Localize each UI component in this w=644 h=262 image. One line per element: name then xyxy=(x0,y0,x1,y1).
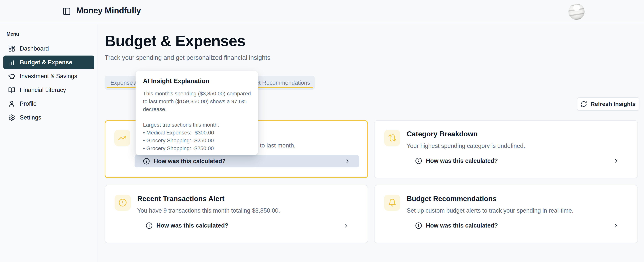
chevron-right-icon xyxy=(613,223,619,229)
popover-text-line: to last month ($159,350.00) shows a 97.6… xyxy=(143,97,254,105)
how-calculated-label: How was this calculated? xyxy=(426,157,613,164)
sidebar-toggle-button[interactable] xyxy=(62,7,71,16)
how-calculated-button[interactable]: How was this calculated? xyxy=(134,155,359,167)
sidebar-item-label: Dashboard xyxy=(20,45,49,52)
alert-circle-icon xyxy=(114,195,131,211)
repeat-icon xyxy=(384,130,400,146)
how-calculated-button[interactable]: How was this calculated? xyxy=(137,220,358,232)
sidebar-item-label: Budget & Expense xyxy=(20,59,72,66)
chevron-right-icon xyxy=(344,158,350,164)
app-title: Money Mindfully xyxy=(76,6,141,15)
trending-up-icon xyxy=(114,130,130,146)
tab-expense-analysis[interactable]: Expense A xyxy=(110,76,138,90)
sidebar-nav: Dashboard Budget & Expense Investment & … xyxy=(0,42,98,124)
popover-spacer xyxy=(143,113,254,121)
sidebar: Menu Dashboard Budget & Expense Investme… xyxy=(0,23,98,262)
popover-text-line: decrease. xyxy=(143,105,254,113)
bell-icon xyxy=(384,195,400,211)
dashboard-grid-icon xyxy=(8,45,15,52)
open-book-icon xyxy=(8,87,15,93)
refresh-insights-button[interactable]: Refresh Insights xyxy=(577,97,640,111)
app-header: Money Mindfully xyxy=(0,0,644,23)
how-calculated-label: How was this calculated? xyxy=(426,222,613,229)
gear-icon xyxy=(8,114,15,121)
insight-card-budget-recommendations: Budget Recommendations Set up custom bud… xyxy=(374,185,638,243)
sidebar-item-budget-expense[interactable]: Budget & Expense xyxy=(3,55,94,69)
app-window: Money Mindfully Menu Dashboard Budget & … xyxy=(0,0,644,262)
sidebar-item-investment-savings[interactable]: Investment & Savings xyxy=(3,69,94,83)
popover-text-line: This month's spending ($3,850.00) compar… xyxy=(143,90,254,97)
chevron-right-icon xyxy=(343,223,349,229)
card-title: Recent Transactions Alert xyxy=(137,195,358,203)
sidebar-item-profile[interactable]: Profile xyxy=(3,97,94,111)
popover-list-intro: Largest transactions this month: xyxy=(143,121,254,129)
popover-bullet: • Grocery Shopping: -$250.00 xyxy=(143,144,254,152)
info-icon xyxy=(146,222,152,229)
card-description: You have 9 transactions this month total… xyxy=(137,207,358,215)
user-icon xyxy=(8,100,15,107)
card-description-fragment: to last month. xyxy=(260,142,296,149)
insight-card-recent-transactions: Recent Transactions Alert You have 9 tra… xyxy=(105,185,368,243)
popover-title: AI Insight Explanation xyxy=(143,77,254,85)
info-icon xyxy=(415,157,422,164)
card-description: Set up custom budget alerts to track you… xyxy=(407,207,628,215)
piggy-bank-icon xyxy=(8,73,15,80)
sidebar-item-label: Financial Literacy xyxy=(20,87,66,93)
popover-bullet: • Medical Expenses: -$300.00 xyxy=(143,129,254,137)
how-calculated-button[interactable]: How was this calculated? xyxy=(407,155,628,167)
sidebar-item-dashboard[interactable]: Dashboard xyxy=(3,42,94,55)
bar-chart-icon xyxy=(8,59,15,66)
sidebar-item-label: Settings xyxy=(20,114,41,121)
sidebar-item-financial-literacy[interactable]: Financial Literacy xyxy=(3,83,94,97)
popover-body: This month's spending ($3,850.00) compar… xyxy=(143,90,254,152)
sidebar-item-label: Profile xyxy=(20,100,36,107)
card-title: Category Breakdown xyxy=(407,130,628,138)
avatar[interactable] xyxy=(568,4,584,20)
insight-card-category-breakdown: Category Breakdown Your highest spending… xyxy=(374,120,638,178)
sidebar-item-label: Investment & Savings xyxy=(20,73,77,80)
how-calculated-label: How was this calculated? xyxy=(154,158,344,165)
sidebar-item-settings[interactable]: Settings xyxy=(3,111,94,124)
page-title: Budget & Expenses xyxy=(105,32,245,50)
popover-bullet: • Grocery Shopping: -$250.00 xyxy=(143,137,254,144)
refresh-icon xyxy=(580,101,587,107)
chevron-right-icon xyxy=(613,158,619,164)
panel-left-icon xyxy=(62,13,71,16)
info-icon xyxy=(143,158,150,165)
card-description: Your highest spending category is undefi… xyxy=(407,142,628,150)
sidebar-section-label: Menu xyxy=(6,31,98,37)
how-calculated-label: How was this calculated? xyxy=(156,222,343,229)
ai-insight-popover: AI Insight Explanation This month's spen… xyxy=(136,71,258,155)
refresh-insights-label: Refresh Insights xyxy=(590,101,636,107)
how-calculated-button[interactable]: How was this calculated? xyxy=(407,220,628,232)
page-subtitle: Track your spending and get personalized… xyxy=(105,54,270,61)
info-icon xyxy=(415,222,422,229)
tab-recommendations[interactable]: ct Recommendations xyxy=(256,76,310,90)
card-title: Budget Recommendations xyxy=(407,195,628,203)
